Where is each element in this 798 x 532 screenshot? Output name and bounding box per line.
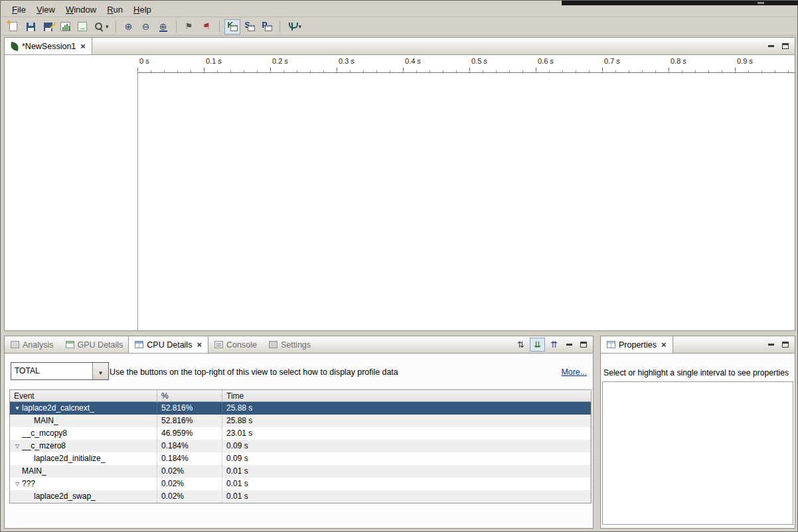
- expander-icon[interactable]: [13, 402, 22, 415]
- tab-console[interactable]: Console: [208, 336, 263, 353]
- tab-analysis[interactable]: Analysis: [5, 336, 60, 353]
- time-cell: 0.09 s: [222, 452, 591, 465]
- table-row[interactable]: laplace2d_calcnext_52.816%25.88 s: [10, 402, 591, 415]
- process-view-toggle[interactable]: [259, 19, 275, 34]
- application-window: FileViewWindowRunHelp ▾▾ *NewSession1 0 …: [0, 0, 798, 532]
- tab-label: Analysis: [23, 340, 54, 350]
- previous-marker-button[interactable]: [199, 19, 214, 34]
- bottom-tab-strip-container: AnalysisGPU DetailsCPU DetailsConsoleSet…: [5, 336, 593, 354]
- chevron-down-icon[interactable]: ▾: [106, 23, 109, 30]
- expander-icon[interactable]: [13, 440, 22, 452]
- flat-view-button[interactable]: [513, 338, 528, 352]
- new-session-button[interactable]: [5, 19, 21, 34]
- new-file-icon: [9, 22, 17, 31]
- close-icon[interactable]: [79, 41, 86, 51]
- table-row[interactable]: MAIN_0.02%0.01 s: [10, 465, 591, 478]
- maximize-button[interactable]: [576, 338, 590, 351]
- ruler-tick-label: 0 s: [139, 57, 149, 65]
- tab-cpu-details[interactable]: CPU Details: [128, 336, 208, 353]
- time-cell: 0.01 s: [222, 465, 591, 478]
- percent-cell: 0.02%: [157, 490, 222, 503]
- cpu-details-content: TOTAL Use the buttons on the top-right o…: [5, 354, 593, 528]
- time-cell: 0.01 s: [222, 490, 591, 503]
- reverse-tree-view-button[interactable]: [546, 338, 562, 352]
- menu-view[interactable]: View: [31, 3, 60, 16]
- column-header-event[interactable]: Event: [10, 390, 157, 401]
- zoom-in-button[interactable]: [121, 19, 137, 34]
- menu-window[interactable]: Window: [60, 3, 102, 16]
- more-link[interactable]: More...: [561, 367, 587, 377]
- column-header-time[interactable]: Time: [222, 390, 591, 401]
- hint-text: Use the buttons on the top-right of this…: [110, 367, 398, 377]
- table-row[interactable]: laplace2d_initialize_0.184%0.09 s: [10, 452, 591, 465]
- close-icon[interactable]: [660, 340, 667, 350]
- time-cell: 23.01 s: [222, 427, 591, 440]
- event-cell: __c_mcopy8: [10, 427, 157, 440]
- search-button[interactable]: ▾: [92, 19, 111, 34]
- save-button[interactable]: [23, 19, 39, 34]
- timeline-splitter[interactable]: [137, 73, 138, 330]
- display-mode-select[interactable]: TOTAL: [11, 362, 109, 380]
- tab-settings[interactable]: Settings: [263, 336, 317, 353]
- close-icon[interactable]: [195, 340, 202, 350]
- menu-help[interactable]: Help: [128, 3, 157, 16]
- ruler-tick-label: 0.4 s: [405, 57, 421, 65]
- export-button[interactable]: [74, 19, 90, 34]
- menu-bar: FileViewWindowRunHelp: [1, 3, 797, 17]
- toolbar-separator: [279, 21, 280, 33]
- table-row[interactable]: laplace2d_swap_0.02%0.01 s: [10, 490, 591, 503]
- table-row[interactable]: __c_mcopy846.959%23.01 s: [10, 427, 591, 440]
- ruler-tick-label: 0.6 s: [538, 57, 554, 65]
- expander-icon[interactable]: [13, 478, 22, 490]
- event-name: laplace2d_initialize_: [34, 452, 105, 465]
- analysis-button[interactable]: ▾: [285, 19, 304, 34]
- next-marker-button[interactable]: [181, 19, 197, 34]
- combo-dropdown-button[interactable]: [92, 363, 108, 379]
- time-cell: 25.88 s: [222, 402, 591, 415]
- timeline-ruler[interactable]: 0 s0.1 s0.2 s0.3 s0.4 s0.5 s0.6 s0.7 s0.…: [137, 55, 795, 73]
- timeline-panel: *NewSession1 0 s0.1 s0.2 s0.3 s0.4 s0.5 …: [4, 37, 795, 331]
- maximize-button[interactable]: [778, 40, 792, 52]
- tab-gpu-details[interactable]: GPU Details: [60, 336, 129, 353]
- minimize-button[interactable]: [764, 338, 778, 351]
- zoom-fit-button[interactable]: [155, 19, 171, 34]
- percent-cell: 0.02%: [157, 478, 222, 490]
- chevron-down-icon[interactable]: ▾: [299, 23, 302, 30]
- tab-newsession1[interactable]: *NewSession1: [5, 38, 92, 54]
- flat-view-icon: [516, 340, 526, 350]
- timeline-area: 0 s0.1 s0.2 s0.3 s0.4 s0.5 s0.6 s0.7 s0.…: [5, 55, 795, 330]
- ruler-tick: [735, 68, 736, 72]
- maximize-button[interactable]: [778, 338, 792, 351]
- event-name: __c_mzero8: [22, 440, 66, 452]
- letter-p-icon: [262, 21, 272, 32]
- event-cell: ???: [10, 478, 157, 490]
- maximize-icon: [580, 342, 587, 348]
- save-as-button[interactable]: [40, 19, 56, 34]
- column-header-percent[interactable]: %: [157, 390, 222, 401]
- menu-run[interactable]: Run: [102, 3, 128, 16]
- ruler-tick-label: 0.1 s: [206, 57, 222, 65]
- tab-label: Console: [226, 340, 257, 350]
- zoom-out-icon: [141, 21, 151, 32]
- zoom-out-button[interactable]: [138, 19, 154, 34]
- menu-file[interactable]: File: [7, 3, 31, 16]
- ruler-tick-label: 0.3 s: [339, 57, 355, 65]
- event-name: __c_mcopy8: [22, 427, 67, 440]
- main-toolbar: ▾▾: [1, 18, 797, 36]
- table-row[interactable]: MAIN_52.816%25.88 s: [10, 415, 591, 427]
- profile-chart-button[interactable]: [57, 19, 73, 34]
- event-cell: laplace2d_initialize_: [10, 452, 157, 465]
- toolbar-separator: [219, 21, 220, 33]
- call-tree-view-button[interactable]: [530, 338, 545, 352]
- ruler-tick: [536, 68, 536, 72]
- minimize-button[interactable]: [764, 40, 778, 52]
- minimize-button[interactable]: [562, 338, 576, 351]
- letter-k-icon: [227, 21, 238, 32]
- stream-view-toggle[interactable]: [242, 19, 258, 34]
- tab-properties[interactable]: Properties: [601, 336, 673, 353]
- ruler-tick-label: 0.8 s: [671, 57, 686, 65]
- kernel-view-toggle[interactable]: [224, 19, 240, 34]
- minimize-icon: [768, 45, 774, 47]
- table-row[interactable]: __c_mzero80.184%0.09 s: [10, 440, 591, 452]
- table-row[interactable]: ???0.02%0.01 s: [10, 478, 591, 490]
